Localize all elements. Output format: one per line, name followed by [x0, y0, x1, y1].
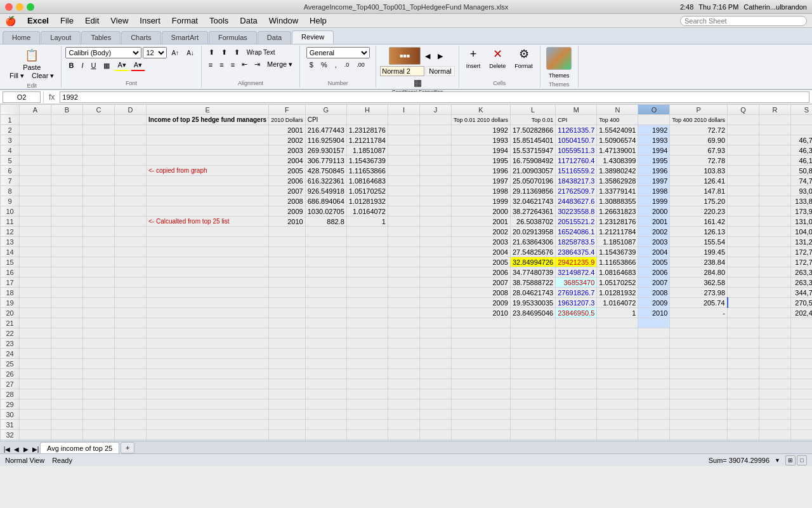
row-num-1[interactable]: 1: [1, 115, 20, 125]
cell-N18[interactable]: 1.01281932: [597, 288, 638, 298]
cell-L20[interactable]: 23.84695046: [510, 308, 555, 318]
cell-L11[interactable]: 26.5038702: [510, 217, 555, 227]
themes-button[interactable]: Themes: [546, 71, 573, 80]
cell-P19[interactable]: 205.74: [670, 298, 728, 308]
cell-L17[interactable]: 38.75888722: [510, 277, 555, 288]
cell-N12[interactable]: 1.21211784: [597, 227, 638, 237]
cell-O9[interactable]: 1999: [638, 196, 670, 206]
cell-L10[interactable]: 38.27264361: [510, 206, 555, 217]
first-sheet-button[interactable]: |◀: [3, 444, 11, 453]
cell-P8[interactable]: 147.81: [670, 186, 728, 196]
cell-E6[interactable]: <- copied from graph: [147, 166, 269, 176]
cell-P13[interactable]: 155.54: [670, 237, 728, 247]
menu-tools[interactable]: Tools: [204, 15, 233, 27]
cell-F9[interactable]: 2008: [269, 196, 306, 206]
cell-K13[interactable]: 2003: [451, 237, 510, 247]
cell-K2[interactable]: 1992: [451, 125, 510, 135]
cell-N20[interactable]: 1: [597, 308, 638, 318]
col-header-B[interactable]: B: [51, 105, 83, 115]
cell-F2[interactable]: 2001: [269, 125, 306, 135]
cell-O1[interactable]: [638, 115, 670, 125]
cell-S12[interactable]: 104,059: [791, 227, 812, 237]
sheet-tab-avg-income[interactable]: Avg income of top 25: [40, 442, 119, 453]
cell-P2[interactable]: 72.72: [670, 125, 728, 135]
cell-O14[interactable]: 2004: [638, 247, 670, 257]
cell-S11[interactable]: 131,099: [791, 217, 812, 227]
cell-P5[interactable]: 72.78: [670, 156, 728, 166]
cell-P15[interactable]: 238.84: [670, 257, 728, 267]
cell-S15[interactable]: 172,777: [791, 257, 812, 267]
col-header-Q[interactable]: Q: [728, 105, 759, 115]
cell-S17[interactable]: 263,306: [791, 277, 812, 288]
cell-F8[interactable]: 2007: [269, 186, 306, 196]
cell-S8[interactable]: 93,042: [791, 186, 812, 196]
cell-L18[interactable]: 28.04621743: [510, 288, 555, 298]
cell-M20[interactable]: 23846950.5: [556, 308, 597, 318]
menu-data[interactable]: Data: [235, 15, 262, 27]
tab-charts[interactable]: Charts: [121, 31, 160, 44]
cell-G8[interactable]: 926.549918: [305, 186, 346, 196]
cell-G10[interactable]: 1030.02705: [305, 206, 346, 217]
align-left-button[interactable]: ≡: [206, 59, 216, 70]
cell-N19[interactable]: 1.0164072: [597, 298, 638, 308]
cell-O20[interactable]: 2010: [638, 308, 670, 318]
cell-O19[interactable]: 2009: [638, 298, 670, 308]
cell-N16[interactable]: 1.08164683: [597, 267, 638, 277]
cell-N3[interactable]: 1.50906574: [597, 135, 638, 145]
sheet-scroll-area[interactable]: A B C D E F G H I J K L M N O P Q: [0, 104, 812, 441]
cell-N4[interactable]: 1.47139001: [597, 145, 638, 156]
cell-S3[interactable]: 46,790: [791, 135, 812, 145]
menu-window[interactable]: Window: [264, 15, 303, 27]
cell-H9[interactable]: 1.01281932: [346, 196, 388, 206]
font-name-select[interactable]: Calibri (Body): [65, 47, 141, 58]
cell-P16[interactable]: 284.80: [670, 267, 728, 277]
cell-G3[interactable]: 116.925904: [305, 135, 346, 145]
cell-H2[interactable]: 1.23128176: [346, 125, 388, 135]
cell-N7[interactable]: 1.35862928: [597, 176, 638, 186]
next-sheet-button[interactable]: ▶: [22, 444, 30, 453]
cell-F7[interactable]: 2006: [269, 176, 306, 186]
cell-M12[interactable]: 16524086.1: [556, 227, 597, 237]
percent-button[interactable]: %: [318, 60, 331, 70]
sheet-tab-navigation[interactable]: |◀ ◀ ▶ ▶|: [3, 444, 40, 453]
formula-input[interactable]: 1992: [60, 91, 809, 103]
cell-N17[interactable]: 1.05170252: [597, 277, 638, 288]
cell-N15[interactable]: 1.11653866: [597, 257, 638, 267]
cell-F10[interactable]: 2009: [269, 206, 306, 217]
cell-M5[interactable]: 11712760.4: [556, 156, 597, 166]
cell-P10[interactable]: 220.23: [670, 206, 728, 217]
cell-G1[interactable]: CPI: [305, 115, 346, 125]
col-header-S[interactable]: S: [791, 105, 812, 115]
cell-P6[interactable]: 103.83: [670, 166, 728, 176]
cell-M4[interactable]: 10559511.3: [556, 145, 597, 156]
cell-E1[interactable]: Income of top 25 hedge fund managers: [147, 115, 269, 125]
col-header-G[interactable]: G: [305, 105, 346, 115]
cell-L2[interactable]: 17.50282866: [510, 125, 555, 135]
cell-H11[interactable]: 1: [346, 217, 388, 227]
apple-menu[interactable]: 🍎: [5, 16, 16, 26]
cell-G7[interactable]: 616.322361: [305, 176, 346, 186]
cell-L15[interactable]: 32.84994726: [510, 257, 555, 267]
menu-edit[interactable]: Edit: [80, 15, 104, 27]
cell-K6[interactable]: 1996: [451, 166, 510, 176]
page-layout-button[interactable]: □: [797, 455, 807, 465]
row-num-2[interactable]: 2: [1, 125, 20, 135]
cell-L5[interactable]: 16.75908492: [510, 156, 555, 166]
cell-M18[interactable]: 27691826.7: [556, 288, 597, 298]
cell-S2[interactable]: -7: [791, 125, 812, 135]
cell-N1[interactable]: Top 400: [597, 115, 638, 125]
cell-P18[interactable]: 273.98: [670, 288, 728, 298]
tab-data[interactable]: Data: [258, 31, 291, 44]
cell-S10[interactable]: 173,916: [791, 206, 812, 217]
cell-P4[interactable]: 67.93: [670, 145, 728, 156]
cell-L7[interactable]: 25.05070196: [510, 176, 555, 186]
cell-L1[interactable]: Top 0.01: [510, 115, 555, 125]
prev-sheet-button[interactable]: ◀: [12, 444, 21, 453]
cell-O6[interactable]: 1996: [638, 166, 670, 176]
cell-M16[interactable]: 32149872.4: [556, 267, 597, 277]
cell-S14[interactable]: 172,777: [791, 247, 812, 257]
merge-button[interactable]: Merge ▾: [264, 59, 296, 70]
cell-O17[interactable]: 2007: [638, 277, 670, 288]
normal-view-button[interactable]: ⊞: [785, 455, 796, 465]
tab-review[interactable]: Review: [292, 30, 334, 44]
